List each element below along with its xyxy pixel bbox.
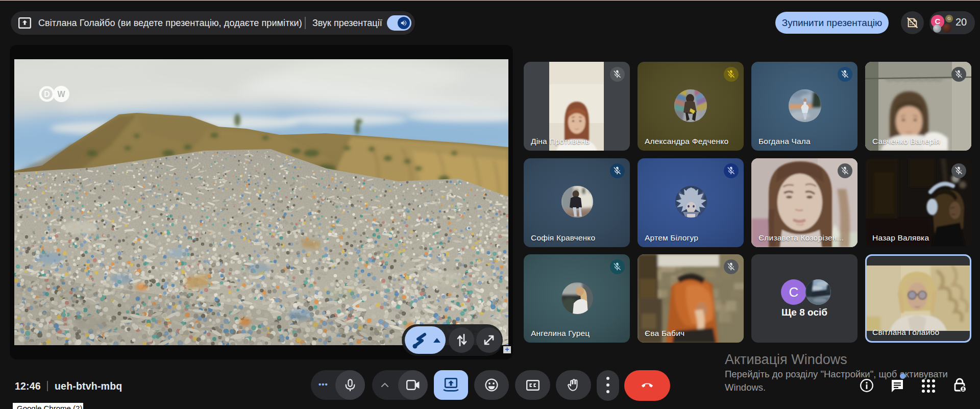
svg-text:C: C bbox=[789, 284, 799, 300]
svg-text:D: D bbox=[44, 90, 50, 99]
svg-text:W: W bbox=[57, 90, 65, 99]
